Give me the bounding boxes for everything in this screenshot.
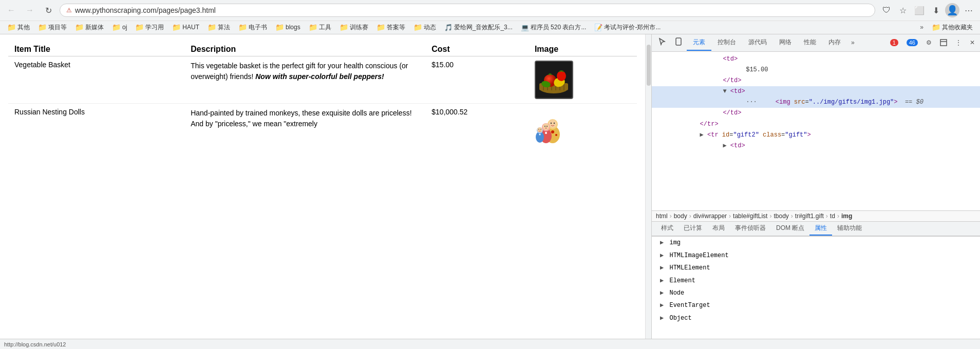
folder-icon: 📁: [932, 23, 940, 31]
reload-button[interactable]: ↻: [41, 3, 55, 17]
devtools-dock-button[interactable]: [937, 38, 950, 47]
breadcrumb-wrapper[interactable]: div#wrapper: [693, 212, 727, 220]
prop-item-element[interactable]: ▶ Element: [652, 275, 980, 287]
tab-search-button[interactable]: ⬜: [912, 3, 927, 17]
devtools-actions: 1 46 ⚙ ⋮ ✕: [887, 38, 978, 47]
svg-point-24: [542, 123, 549, 130]
table-row: Vegetable Basket This vegetable basket i…: [8, 56, 637, 103]
prop-tab-accessibility[interactable]: 辅助功能: [832, 222, 867, 236]
breadcrumb-tr[interactable]: tr#gift1.gift: [795, 212, 824, 220]
error-count-button[interactable]: 1: [887, 38, 901, 47]
more-button[interactable]: ⋯: [962, 3, 976, 17]
russian-dolls-image: [535, 108, 563, 144]
code-line: ▶ <td>: [652, 141, 980, 151]
bookmark-ebooks[interactable]: 📁 电子书: [235, 22, 270, 33]
devtools-console-tab[interactable]: 控制台: [711, 35, 742, 51]
code-line-selected-img: ··· <img src="../img/gifts/img1.jpg"> ==…: [652, 97, 980, 108]
bookmark-haut[interactable]: 📁 HAUT: [169, 22, 202, 32]
prop-tab-events[interactable]: 事件侦听器: [730, 222, 771, 236]
devtools-performance-tab[interactable]: 性能: [798, 35, 822, 51]
bookmark-other[interactable]: 📁 其他: [4, 22, 33, 33]
devtools-more-options[interactable]: ⋮: [952, 38, 965, 47]
dock-icon: [940, 39, 947, 46]
prop-tab-layout[interactable]: 布局: [707, 222, 730, 236]
prop-item-object[interactable]: ▶ Object: [652, 312, 980, 324]
bookmark-exam[interactable]: 📝 考试与评价-郑州市...: [591, 22, 664, 33]
bookmark-label: HAUT: [182, 24, 199, 31]
star-button[interactable]: ☆: [896, 3, 910, 17]
folder-icon: 📁: [7, 23, 16, 31]
bookmark-more-folder[interactable]: 📁 其他收藏夹: [929, 22, 976, 33]
devtools-close-button[interactable]: ✕: [967, 38, 978, 47]
warn-badge: 46: [907, 39, 918, 46]
svg-point-17: [551, 122, 552, 123]
prop-item-img[interactable]: ▶ img: [652, 237, 980, 249]
folder-icon: 📁: [309, 23, 317, 31]
breadcrumb-html[interactable]: html: [656, 212, 668, 220]
col-item-title: Item Title: [8, 43, 184, 56]
bookmark-programmer[interactable]: 💻 程序员 520 表白方...: [518, 22, 590, 33]
breadcrumb-sep: ›: [769, 212, 771, 220]
devtools-source-tab[interactable]: 源代码: [742, 35, 773, 51]
device-icon: [674, 37, 683, 46]
prop-item-eventtarget[interactable]: ▶ EventTarget: [652, 299, 980, 312]
bookmark-answers[interactable]: 📁 答案等: [373, 22, 408, 33]
bookmark-label: oj: [122, 24, 127, 31]
bookmark-blogs[interactable]: 📁 blogs: [272, 22, 304, 32]
prop-tab-style[interactable]: 样式: [656, 222, 679, 236]
col-cost: Cost: [425, 43, 529, 56]
breadcrumb-td[interactable]: td: [830, 212, 835, 220]
devtools-device-tab[interactable]: [670, 34, 687, 51]
bookmark-media[interactable]: 📁 新媒体: [72, 22, 107, 33]
prop-tab-computed[interactable]: 已计算: [679, 222, 707, 236]
bookmark-oj[interactable]: 📁 oj: [109, 22, 130, 32]
address-bar[interactable]: ⚠ www.pythonscraping.com/pages/page3.htm…: [60, 4, 875, 17]
bookmark-study[interactable]: 📁 学习用: [132, 22, 167, 33]
status-url: http://blog.csdn.net/u012: [4, 341, 66, 347]
svg-point-25: [544, 126, 545, 127]
breadcrumb-body[interactable]: body: [674, 212, 687, 220]
code-line-gift2: ▶ <tr id="gift2" class="gift">: [652, 130, 980, 141]
prop-tab-dom-breakpoints[interactable]: DOM 断点: [771, 222, 809, 236]
security-icon: ⚠: [66, 7, 72, 14]
item-name-vegetable: Vegetable Basket: [8, 56, 184, 103]
breadcrumb-giftlist[interactable]: table#giftList: [733, 212, 767, 220]
bookmark-algo[interactable]: 📁 算法: [204, 22, 233, 33]
breadcrumb-img[interactable]: img: [841, 212, 852, 220]
page-scrollbar[interactable]: [645, 34, 651, 339]
error-badge: 1: [890, 39, 898, 46]
devtools-more-tabs[interactable]: »: [847, 36, 859, 49]
bookmark-projects[interactable]: 📁 项目等: [35, 22, 70, 33]
site-icon: 💻: [521, 24, 529, 31]
cursor-icon: [658, 37, 666, 46]
devtools-network-tab[interactable]: 网络: [773, 35, 798, 51]
breadcrumb-tbody[interactable]: tbody: [774, 212, 788, 220]
bookmark-dynamic[interactable]: 📁 动态: [410, 22, 439, 33]
prop-item-node[interactable]: ▶ Node: [652, 287, 980, 299]
prop-item-htmlelement[interactable]: ▶ HTMLElement: [652, 262, 980, 274]
devtools-select-tab[interactable]: [654, 34, 670, 51]
bookmark-tools[interactable]: 📁 工具: [306, 22, 334, 33]
devtools-properties-panel: ▶ img ▶ HTMLImageElement ▶ HTMLElement ▶…: [652, 236, 980, 339]
breadcrumb-sep: ›: [791, 212, 793, 220]
back-button[interactable]: ←: [4, 3, 18, 17]
devtools-elements-tab[interactable]: 元素: [687, 35, 711, 51]
bookmark-aiyingwang[interactable]: 🎵 爱给网_音效配乐_3...: [441, 22, 516, 33]
forward-button[interactable]: →: [23, 3, 37, 17]
profile-avatar[interactable]: 👤: [945, 3, 959, 17]
scrollbar-thumb[interactable]: [647, 45, 651, 86]
bookmarks-more-button[interactable]: »: [917, 23, 927, 32]
breadcrumb-sep: ›: [670, 212, 672, 220]
devtools-memory-tab[interactable]: 内存: [822, 35, 847, 51]
devtools-settings-button[interactable]: ⚙: [923, 38, 935, 47]
expand-arrow-icon: ▶: [660, 302, 664, 309]
svg-point-18: [554, 122, 555, 123]
prop-tab-properties[interactable]: 属性: [809, 222, 832, 236]
bookmark-training[interactable]: 📁 训练赛: [336, 22, 371, 33]
download-button[interactable]: ⬇: [929, 3, 943, 17]
svg-rect-35: [940, 40, 947, 46]
warn-count-button[interactable]: 46: [903, 38, 921, 47]
svg-point-31: [538, 129, 539, 130]
prop-item-htmlimageelement[interactable]: ▶ HTMLImageElement: [652, 249, 980, 262]
shield-button[interactable]: 🛡: [879, 3, 894, 17]
